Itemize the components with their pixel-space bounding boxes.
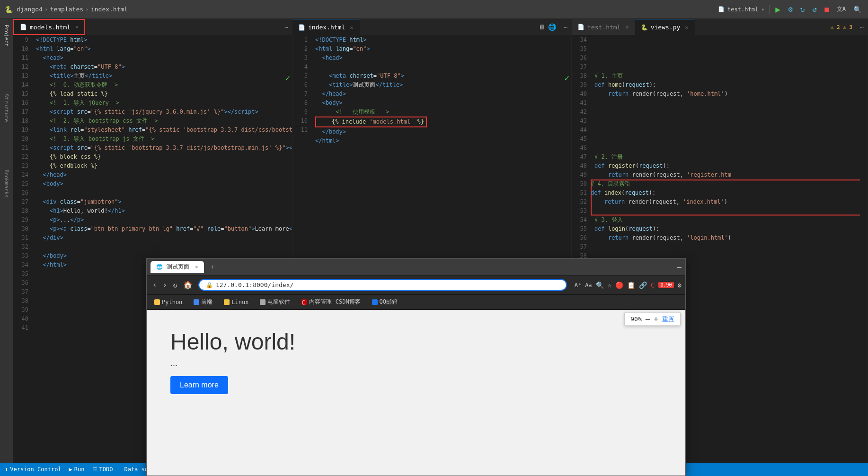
- browser-icon-2[interactable]: 🌐: [548, 23, 556, 31]
- vc-icon: ⬆: [5, 466, 8, 473]
- bookmark-csdn-icon: C: [301, 299, 307, 305]
- browser-font-btn[interactable]: Aa: [585, 282, 592, 288]
- breadcrumb: django4 › templates › index.html: [17, 6, 128, 13]
- browser-tab-active[interactable]: 🌐 测试页面 ✕: [151, 261, 204, 273]
- bookmark-frontend[interactable]: 前端: [190, 297, 216, 307]
- back-button[interactable]: ‹: [151, 279, 159, 290]
- browser-zoom-icon[interactable]: 🔍: [596, 281, 604, 289]
- browser-navbar: ‹ › ↻ 🏠 🔒 127.0.0.1:8000/index/ Aᴬ Aa 🔍 …: [147, 276, 685, 295]
- reload-nav-button[interactable]: ↻: [171, 279, 179, 290]
- browser-star-icon[interactable]: ☆: [608, 281, 611, 289]
- status-run[interactable]: ▶ Run: [69, 466, 85, 473]
- breadcrumb-sep1: ›: [44, 6, 48, 13]
- bookmark-software[interactable]: 电脑软件: [256, 297, 294, 307]
- tab-more-1[interactable]: ⋯: [281, 19, 292, 35]
- sidebar-project-icon[interactable]: Project: [2, 21, 10, 50]
- tab-icon-test: 📄: [577, 24, 585, 30]
- bookmark-linux[interactable]: Linux: [220, 298, 252, 306]
- run-config-selector[interactable]: 📄 test.html ▾: [713, 5, 770, 14]
- run-config-dropdown-icon[interactable]: ▾: [761, 6, 764, 13]
- breadcrumb-sep2: ›: [85, 6, 89, 13]
- tab-more-2[interactable]: ⋯: [560, 19, 571, 35]
- tab-close-views[interactable]: ✕: [685, 24, 688, 31]
- translate-button[interactable]: 文A: [835, 4, 848, 14]
- bookmark-python[interactable]: Python: [151, 298, 186, 306]
- bookmark-python-label: Python: [162, 299, 182, 305]
- tab-test-html[interactable]: 📄 test.html ✕: [572, 19, 635, 35]
- bookmark-qqmail-icon: [372, 299, 378, 305]
- status-version-control[interactable]: ⬆ Version Control: [5, 466, 62, 473]
- stop-button[interactable]: ■: [823, 4, 831, 15]
- browser-ext1-icon[interactable]: 🔴: [615, 281, 623, 289]
- browser-icon-1[interactable]: 🖥: [539, 23, 545, 31]
- project-icon: 🐍: [5, 6, 13, 13]
- browser-tab-favicon: 🌐: [156, 264, 163, 270]
- search-button[interactable]: 🔍: [851, 5, 863, 14]
- left-sidebar: Project Structure Bookmarks: [0, 19, 13, 463]
- browser-minimize-btn[interactable]: —: [677, 262, 682, 271]
- build-button[interactable]: ⚙: [786, 4, 795, 15]
- browser-toolbar-right: Aᴬ Aa 🔍 ☆ 🔴 📋 🔗 C 0.90 ⚙: [575, 281, 682, 289]
- browser-bookmarks-bar: Python 前端 Linux 电脑软件 C 内容管理-CSDN博客 QQ邮箱: [147, 295, 685, 310]
- zoom-minus-button[interactable]: —: [646, 314, 650, 323]
- tab-bar-3: 📄 test.html ✕ 🐍 views.py ✕ ⚠ 2 ⚠ 3 ⋯: [572, 19, 868, 36]
- tab-label-test: test.html: [587, 24, 620, 31]
- tab-more-3[interactable]: ⋯: [856, 19, 868, 35]
- tab-views-py[interactable]: 🐍 views.py ✕: [635, 19, 695, 35]
- tab-bar-2: 📄 index.html ✕ 🖥 🌐 ⋯: [292, 19, 571, 36]
- sidebar-bookmarks-icon[interactable]: Bookmarks: [2, 166, 10, 202]
- toolbar-right: 📄 test.html ▾ ▶ ⚙ ↻ ↺ ■ 文A 🔍: [713, 3, 863, 15]
- tab-label-index: index.html: [308, 24, 345, 31]
- breadcrumb-project[interactable]: django4: [17, 6, 43, 13]
- browser-tab-close[interactable]: ✕: [195, 264, 198, 270]
- todo-icon: ☰: [92, 466, 97, 473]
- run-icon: ▶: [69, 466, 72, 473]
- tab-icon-models: 📄: [20, 24, 27, 30]
- status-todo[interactable]: ☰ TODO: [92, 466, 113, 473]
- tab-close-index[interactable]: ✕: [350, 24, 353, 31]
- tab-label-views: views.py: [651, 24, 681, 31]
- tab-index-html[interactable]: 📄 index.html ✕: [292, 19, 360, 35]
- bookmark-qqmail[interactable]: QQ邮箱: [368, 297, 401, 307]
- tab-close-test[interactable]: ✕: [625, 24, 629, 30]
- url-bar[interactable]: 🔒 127.0.0.1:8000/index/: [198, 279, 567, 291]
- sidebar-structure-icon[interactable]: Structure: [2, 90, 10, 126]
- reload-button[interactable]: ↻: [798, 4, 807, 15]
- title-bar: 🐍 django4 › templates › index.html 📄 tes…: [0, 0, 868, 19]
- bookmark-linux-icon: [224, 299, 230, 305]
- zoom-reset-button[interactable]: 重置: [662, 315, 674, 323]
- learn-more-button[interactable]: Learn more: [170, 376, 228, 394]
- browser-settings-icon[interactable]: ⚙: [678, 281, 682, 289]
- forward-button[interactable]: ›: [161, 279, 169, 290]
- browser-ext3-icon[interactable]: 🔗: [639, 281, 647, 289]
- tab-icon-index: 📄: [298, 24, 305, 31]
- zoom-plus-button[interactable]: +: [654, 314, 658, 323]
- breadcrumb-folder[interactable]: templates: [50, 6, 83, 13]
- tab-label-models: models.html: [30, 24, 71, 31]
- zoom-level: 90%: [630, 315, 641, 323]
- home-button[interactable]: 🏠: [181, 279, 195, 290]
- tab-close-models[interactable]: ✕: [75, 24, 79, 30]
- run-config-label: test.html: [727, 6, 758, 13]
- browser-ext4-icon[interactable]: C: [651, 281, 655, 289]
- bookmark-csdn[interactable]: C 内容管理-CSDN博客: [298, 297, 364, 307]
- breadcrumb-file[interactable]: index.html: [91, 6, 128, 13]
- browser-aa-btn[interactable]: Aᴬ: [575, 282, 581, 288]
- bookmark-software-label: 电脑软件: [267, 298, 290, 306]
- tab-models-html[interactable]: 📄 models.html ✕: [13, 19, 85, 35]
- browser-ext2-icon[interactable]: 📋: [627, 281, 635, 289]
- url-lock-icon: 🔒: [206, 282, 213, 288]
- browser-content: Hello, world! ... Learn more 90% — + 重置: [147, 310, 685, 476]
- bookmark-frontend-label: 前端: [201, 298, 213, 306]
- debug-button[interactable]: ↺: [810, 4, 819, 15]
- browser-tab-new[interactable]: +: [207, 262, 218, 272]
- browser-heading: Hello, world!: [170, 329, 662, 355]
- check-mark-1: ✓: [285, 73, 290, 82]
- run-button[interactable]: ▶: [773, 3, 782, 15]
- bookmark-software-icon: [260, 299, 266, 305]
- bookmark-python-icon: [154, 299, 160, 305]
- browser-window: 🌐 测试页面 ✕ + — ‹ › ↻ 🏠 🔒 127.0.0.1:8000/in…: [146, 258, 686, 476]
- tab-icon-views: 🐍: [641, 24, 648, 31]
- include-highlight: {% include 'models.html' %}: [315, 117, 427, 127]
- browser-nav-buttons: ‹ › ↻ 🏠: [151, 279, 195, 290]
